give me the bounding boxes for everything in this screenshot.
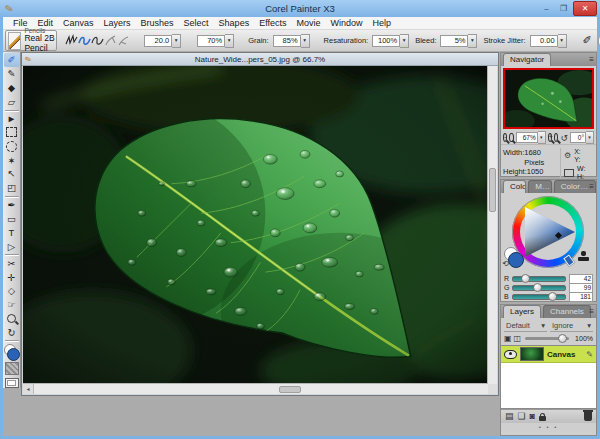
new-layer-mask-icon[interactable]: ◙ (530, 410, 535, 423)
magic-wand-tool[interactable]: ✶ (4, 153, 20, 167)
layer-commands-icon[interactable]: ▤ (505, 410, 514, 423)
bleed-dropdown-icon[interactable]: ▾ (468, 34, 477, 48)
opacity-spinner[interactable]: 70% ▾ (197, 34, 234, 48)
navigator-rotation-dropdown-icon[interactable]: ▾ (586, 131, 594, 144)
zoom-icon[interactable] (509, 133, 513, 142)
close-button[interactable]: ✕ (573, 1, 597, 16)
blue-slider-handle[interactable] (548, 292, 557, 301)
dab-stroke-icon[interactable] (65, 33, 78, 48)
paper-selector[interactable] (5, 362, 19, 375)
tab-mixer[interactable]: Mixer (528, 180, 552, 193)
freehand-stroke-icon[interactable] (78, 33, 91, 48)
advanced-brush-controls-icon[interactable]: ✐ (583, 34, 592, 47)
rect-selection-tool[interactable] (4, 125, 20, 139)
dropper-tool[interactable]: ✎ (4, 67, 20, 81)
eraser-tool[interactable]: ▱ (4, 95, 20, 109)
new-layer-icon[interactable]: ❏ (518, 410, 526, 423)
lasso-tool[interactable] (4, 139, 20, 153)
tab-layers[interactable]: Layers (503, 305, 541, 318)
grain-spinner[interactable]: 85% ▾ (273, 34, 310, 48)
composite-depth-select[interactable]: Ignore ▾ (550, 320, 593, 332)
green-slider-handle[interactable] (533, 283, 542, 292)
navigator-thumbnail[interactable] (503, 68, 594, 129)
menu-shapes[interactable]: Shapes (214, 17, 255, 29)
paint-bucket-tool[interactable]: ◆ (4, 81, 20, 95)
rotate-page-tool[interactable]: ↻ (4, 326, 20, 340)
size-spinner[interactable]: 20.0 ▾ (144, 34, 181, 48)
tab-navigator[interactable]: Navigator (503, 53, 551, 66)
grabber-tool[interactable]: ☞ (4, 298, 20, 312)
magnifier-tool[interactable] (4, 312, 20, 326)
layer-visibility-icon[interactable] (504, 350, 517, 359)
align-stroke-icon[interactable] (104, 33, 117, 48)
zoom-out-icon[interactable]: - (503, 133, 507, 142)
menu-canvas[interactable]: Canvas (58, 17, 99, 29)
clone-color-icon[interactable] (578, 251, 590, 263)
divine-proportion-tool[interactable]: ◇ (4, 284, 20, 298)
layer-row-canvas[interactable]: Canvas ✎ (501, 346, 596, 363)
main-additional-colors[interactable] (4, 344, 20, 360)
zoom-fit-icon[interactable] (554, 133, 558, 142)
vertical-scrollbar-thumb[interactable] (489, 168, 496, 212)
navigator-menu-icon[interactable]: ≡ (589, 55, 594, 64)
blue-value[interactable]: 181 (569, 292, 593, 302)
layers-panel-menu-icon[interactable]: ≡ (589, 307, 594, 316)
navigator-rotation-value[interactable]: 0° (570, 132, 586, 143)
color-panel-menu-icon[interactable]: ≡ (589, 182, 594, 191)
tab-channels[interactable]: Channels (543, 305, 591, 318)
rect-shape-tool[interactable]: ▭ (4, 212, 20, 226)
view-mode-selector[interactable] (5, 378, 19, 388)
menu-window[interactable]: Window (326, 17, 368, 29)
resaturation-value[interactable]: 100% (372, 35, 400, 47)
menu-select[interactable]: Select (179, 17, 214, 29)
menu-effects[interactable]: Effects (254, 17, 291, 29)
navigator-rotation-combo[interactable]: 0° ▾ (570, 131, 594, 144)
tab-color[interactable]: Color (503, 180, 526, 193)
bleed-spinner[interactable]: 5% ▾ (440, 34, 477, 48)
main-color-swatch[interactable] (7, 348, 20, 361)
preserve-transparency-icon[interactable]: ◫ (514, 334, 522, 343)
rotate-canvas-icon[interactable]: ↺ (560, 133, 568, 143)
minimize-button[interactable]: – (539, 2, 554, 15)
layer-opacity-slider[interactable] (525, 337, 569, 340)
red-slider-handle[interactable] (521, 274, 530, 283)
stroke-jitter-spinner[interactable]: 0.00 ▾ (530, 34, 567, 48)
navigator-zoom-combo[interactable]: 67% ▾ (516, 131, 546, 144)
layers-resize-grip[interactable]: • • • (501, 423, 596, 430)
size-value[interactable]: 20.0 (144, 35, 172, 47)
menu-brushes[interactable]: Brushes (136, 17, 179, 29)
stroke-jitter-value[interactable]: 0.00 (530, 35, 558, 47)
resaturation-spinner[interactable]: 100% ▾ (372, 34, 409, 48)
zoom-in-icon[interactable]: + (548, 133, 552, 142)
layer-adjuster-tool[interactable]: ► (4, 111, 20, 125)
document-header[interactable]: ✎ Nature_Wide...pers_05.jpg @ 66.7% (22, 53, 498, 66)
text-tool[interactable]: T (4, 225, 20, 239)
lock-layer-icon[interactable] (539, 416, 546, 421)
green-slider[interactable] (512, 285, 566, 291)
hscroll-left-icon[interactable]: ◂ (23, 384, 34, 394)
swap-colors-icon[interactable]: ⟲ (502, 259, 509, 268)
grain-value[interactable]: 85% (273, 35, 301, 47)
opacity-value[interactable]: 70% (197, 35, 225, 47)
red-slider[interactable] (512, 276, 566, 282)
size-dropdown-icon[interactable]: ▾ (172, 34, 181, 48)
resaturation-dropdown-icon[interactable]: ▾ (400, 34, 409, 48)
horizontal-scrollbar[interactable]: ◂ (23, 383, 488, 394)
horizontal-scrollbar-thumb[interactable] (279, 386, 301, 393)
stroke-jitter-dropdown-icon[interactable]: ▾ (558, 34, 567, 48)
navigator-zoom-dropdown-icon[interactable]: ▾ (538, 131, 546, 144)
main-color-swatch[interactable] (508, 252, 524, 268)
color-wheel[interactable]: ⟲ (501, 193, 596, 273)
bleed-value[interactable]: 5% (440, 35, 468, 47)
crop-tool[interactable]: ◰ (4, 181, 20, 195)
shape-selection-tool[interactable]: ▷ (4, 239, 20, 253)
menu-help[interactable]: Help (368, 17, 397, 29)
canvas[interactable] (23, 66, 488, 384)
perspective-stroke-icon[interactable] (117, 33, 130, 48)
scissors-tool[interactable]: ✂ (4, 256, 20, 270)
pen-tool[interactable]: ✒ (4, 198, 20, 212)
straight-stroke-icon[interactable] (91, 33, 104, 48)
maximize-button[interactable]: ❐ (556, 2, 571, 15)
selection-adjuster-tool[interactable]: ↖ (4, 167, 20, 181)
opacity-dropdown-icon[interactable]: ▾ (225, 34, 234, 48)
